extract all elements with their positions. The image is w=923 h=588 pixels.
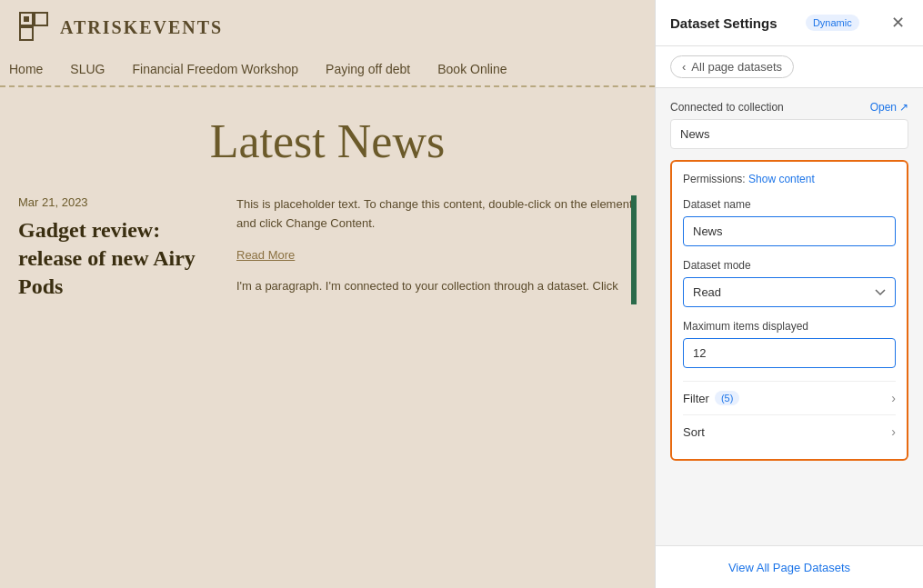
back-link-container: ‹ All page datasets — [656, 46, 923, 88]
site-logo: ATRISKEVENTS — [18, 11, 223, 44]
permissions-label: Permissions: — [683, 173, 746, 185]
latest-news-title: Latest News — [18, 115, 637, 168]
article-right: This is placeholder text. To change this… — [236, 195, 637, 313]
settings-panel: Dataset Settings Dynamic ✕ ‹ All page da… — [655, 0, 923, 588]
article-left: Mar 21, 2023 Gadget review: release of n… — [18, 195, 218, 313]
svg-rect-3 — [20, 27, 33, 40]
nav-book-online[interactable]: Book Online — [437, 62, 507, 76]
view-all-datasets-link[interactable]: View All Page Datasets — [728, 561, 850, 574]
filter-count: (5) — [715, 391, 739, 405]
svg-rect-2 — [35, 13, 47, 25]
article-title: Gadget review: release of new Airy Pods — [18, 216, 218, 302]
article-date: Mar 21, 2023 — [18, 195, 218, 209]
website-preview: ATRISKEVENTS Home SLUG Financial Freedom… — [0, 0, 655, 588]
collection-display: News — [670, 119, 908, 149]
dataset-mode-label: Dataset mode — [683, 259, 896, 272]
connected-label-text: Connected to collection — [670, 101, 784, 114]
filter-row[interactable]: Filter (5) › — [683, 381, 896, 414]
read-more-link[interactable]: Read More — [236, 248, 295, 262]
nav-home[interactable]: Home — [9, 62, 43, 76]
open-link-text: Open — [870, 101, 897, 114]
site-content: Latest News Mar 21, 2023 Gadget review: … — [0, 87, 655, 340]
back-to-datasets-button[interactable]: ‹ All page datasets — [670, 55, 794, 78]
sort-label: Sort — [683, 425, 705, 439]
dataset-mode-select[interactable]: Read Write Read & Write — [683, 277, 896, 307]
sort-chevron-icon: › — [891, 424, 896, 439]
settings-header: Dataset Settings Dynamic ✕ — [656, 0, 923, 46]
filter-row-inner: Filter (5) — [683, 391, 739, 405]
dataset-name-label: Dataset name — [683, 198, 896, 211]
permissions-row: Permissions: Show content — [683, 173, 896, 185]
nav-financial-freedom[interactable]: Financial Freedom Workshop — [132, 62, 298, 76]
max-items-input[interactable] — [683, 338, 896, 368]
settings-body: Connected to collection Open ↗ News Perm… — [656, 88, 923, 545]
article-layout: Mar 21, 2023 Gadget review: release of n… — [18, 195, 637, 313]
nav-slug[interactable]: SLUG — [70, 62, 105, 76]
sort-row[interactable]: Sort › — [683, 414, 896, 448]
connected-to-collection-row: Connected to collection Open ↗ — [670, 101, 908, 114]
max-items-label: Maximum items displayed — [683, 320, 896, 333]
blue-accent-bar — [631, 195, 637, 304]
svg-rect-1 — [24, 16, 29, 22]
external-link-icon: ↗ — [899, 101, 908, 114]
show-content-link[interactable]: Show content — [748, 173, 815, 185]
dataset-name-input[interactable] — [683, 216, 896, 246]
back-label: All page datasets — [691, 60, 782, 74]
chevron-left-icon: ‹ — [682, 60, 686, 74]
article-body2: I'm a paragraph. I'm connected to your c… — [236, 277, 637, 296]
site-header: ATRISKEVENTS — [0, 0, 655, 55]
site-nav: Home SLUG Financial Freedom Workshop Pay… — [0, 55, 655, 87]
dynamic-badge: Dynamic — [806, 15, 859, 31]
logo-text: ATRISKEVENTS — [60, 17, 223, 38]
article-body: This is placeholder text. To change this… — [236, 195, 637, 234]
nav-paying-off-debt[interactable]: Paying off debt — [326, 62, 410, 76]
logo-icon — [18, 11, 51, 44]
filter-chevron-icon: › — [891, 391, 896, 405]
settings-title: Dataset Settings — [670, 15, 778, 31]
orange-outlined-section: Permissions: Show content Dataset name D… — [670, 160, 908, 461]
settings-footer: View All Page Datasets — [656, 545, 923, 588]
close-button[interactable]: ✕ — [888, 11, 908, 35]
open-collection-link[interactable]: Open ↗ — [870, 101, 908, 114]
filter-label: Filter — [683, 392, 709, 405]
